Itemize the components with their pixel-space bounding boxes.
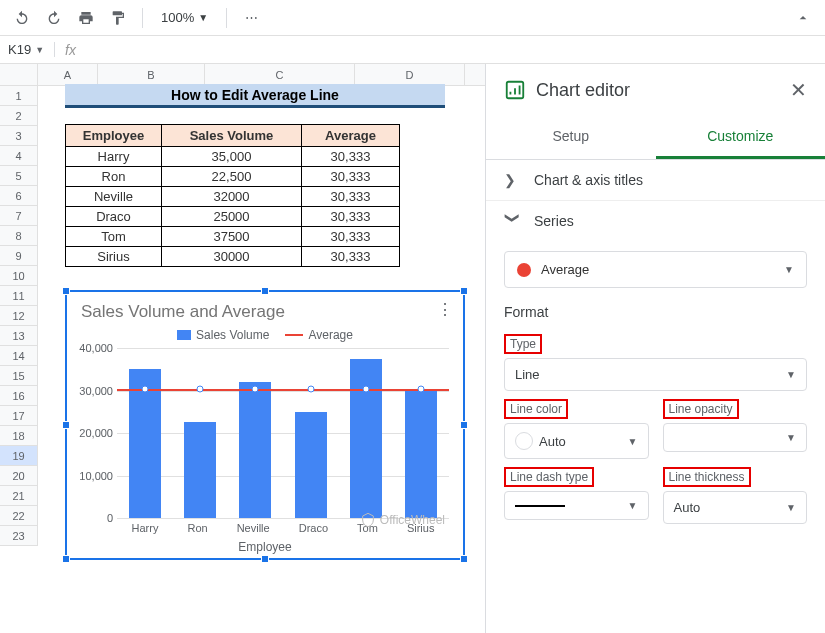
zoom-value: 100% [161,10,194,25]
table-cell[interactable]: 30,333 [302,147,400,167]
row-header[interactable]: 8 [0,226,38,246]
line-opacity-dropdown[interactable]: ▼ [663,423,808,452]
undo-button[interactable] [10,6,34,30]
redo-button[interactable] [42,6,66,30]
series-selector[interactable]: Average ▼ [504,251,807,288]
row-header[interactable]: 11 [0,286,38,306]
line-thickness-dropdown[interactable]: Auto▼ [663,491,808,524]
row-header[interactable]: 6 [0,186,38,206]
col-header-c[interactable]: C [205,64,355,85]
row-header[interactable]: 10 [0,266,38,286]
section-label: Chart & axis titles [534,172,643,188]
legend-bar-label: Sales Volume [196,328,269,342]
close-editor-button[interactable]: ✕ [790,78,807,102]
formula-input[interactable] [86,42,825,57]
table-cell[interactable]: 30,333 [302,207,400,227]
table-cell[interactable]: 30,333 [302,187,400,207]
row-header[interactable]: 13 [0,326,38,346]
table-cell[interactable]: 22,500 [162,167,302,187]
col-header-d[interactable]: D [355,64,465,85]
chart-menu-button[interactable]: ⋮ [437,300,453,319]
collapse-toolbar-button[interactable] [791,6,815,30]
select-all-corner[interactable] [0,64,38,85]
table-cell[interactable]: 32000 [162,187,302,207]
line-color-dropdown[interactable]: Auto▼ [504,423,649,459]
line-color-label: Line color [504,399,568,419]
y-tick-label: 10,000 [75,470,113,482]
series-name: Average [541,262,589,277]
row-header[interactable]: 21 [0,486,38,506]
table-row[interactable]: Neville3200030,333 [66,187,400,207]
section-chart-axis-titles[interactable]: ❯ Chart & axis titles [486,160,825,201]
chart-bar [239,382,271,518]
row-header[interactable]: 22 [0,506,38,526]
table-header[interactable]: Average [302,125,400,147]
table-cell[interactable]: 37500 [162,227,302,247]
row-header[interactable]: 1 [0,86,38,106]
table-cell[interactable]: Tom [66,227,162,247]
row-header[interactable]: 23 [0,526,38,546]
table-cell[interactable]: 35,000 [162,147,302,167]
type-label: Type [504,334,542,354]
table-header[interactable]: Employee [66,125,162,147]
section-series[interactable]: ❯ Series [486,201,825,241]
average-point [197,386,204,393]
table-cell[interactable]: 25000 [162,207,302,227]
row-header[interactable]: 7 [0,206,38,226]
sheet-title-cell[interactable]: How to Edit Average Line [65,84,445,108]
row-header[interactable]: 5 [0,166,38,186]
row-header[interactable]: 14 [0,346,38,366]
name-box[interactable]: K19▼ [0,42,55,57]
table-row[interactable]: Ron22,50030,333 [66,167,400,187]
table-cell[interactable]: 30,333 [302,227,400,247]
print-button[interactable] [74,6,98,30]
line-dash-dropdown[interactable]: ▼ [504,491,649,520]
table-cell[interactable]: 30,333 [302,167,400,187]
row-header[interactable]: 20 [0,466,38,486]
table-cell[interactable]: Neville [66,187,162,207]
average-line [117,389,449,391]
table-cell[interactable]: 30,333 [302,247,400,267]
row-header[interactable]: 2 [0,106,38,126]
x-tick-label: Harry [132,522,159,534]
type-dropdown[interactable]: Line▼ [504,358,807,391]
row-header[interactable]: 17 [0,406,38,426]
table-row[interactable]: Sirius3000030,333 [66,247,400,267]
chart-title: Sales Volume and Average [67,292,463,326]
row-header[interactable]: 12 [0,306,38,326]
table-row[interactable]: Harry35,00030,333 [66,147,400,167]
row-header[interactable]: 9 [0,246,38,266]
table-row[interactable]: Tom3750030,333 [66,227,400,247]
chart-bar [405,391,437,519]
table-cell[interactable]: Ron [66,167,162,187]
row-header[interactable]: 3 [0,126,38,146]
chart-object[interactable]: Sales Volume and Average ⋮ Sales Volume … [65,290,465,560]
watermark: OfficeWheel [360,512,445,528]
table-cell[interactable]: Harry [66,147,162,167]
chevron-down-icon: ❯ [505,212,521,230]
y-tick-label: 30,000 [75,385,113,397]
table-cell[interactable]: Draco [66,207,162,227]
chart-bar [184,422,216,518]
row-header[interactable]: 16 [0,386,38,406]
table-header[interactable]: Sales Volume [162,125,302,147]
row-header[interactable]: 19 [0,446,38,466]
section-label: Series [534,213,574,229]
row-header[interactable]: 15 [0,366,38,386]
more-button[interactable]: ⋯ [239,6,263,30]
table-cell[interactable]: 30000 [162,247,302,267]
col-header-a[interactable]: A [38,64,98,85]
average-point [141,386,148,393]
col-header-b[interactable]: B [98,64,205,85]
row-header[interactable]: 18 [0,426,38,446]
row-header[interactable]: 4 [0,146,38,166]
table-row[interactable]: Draco2500030,333 [66,207,400,227]
tab-setup[interactable]: Setup [486,116,656,159]
zoom-selector[interactable]: 100%▼ [155,10,214,25]
paint-format-button[interactable] [106,6,130,30]
formula-bar: K19▼ fx [0,36,825,64]
tab-customize[interactable]: Customize [656,116,826,159]
legend-line-label: Average [308,328,352,342]
table-cell[interactable]: Sirius [66,247,162,267]
type-value: Line [515,367,540,382]
